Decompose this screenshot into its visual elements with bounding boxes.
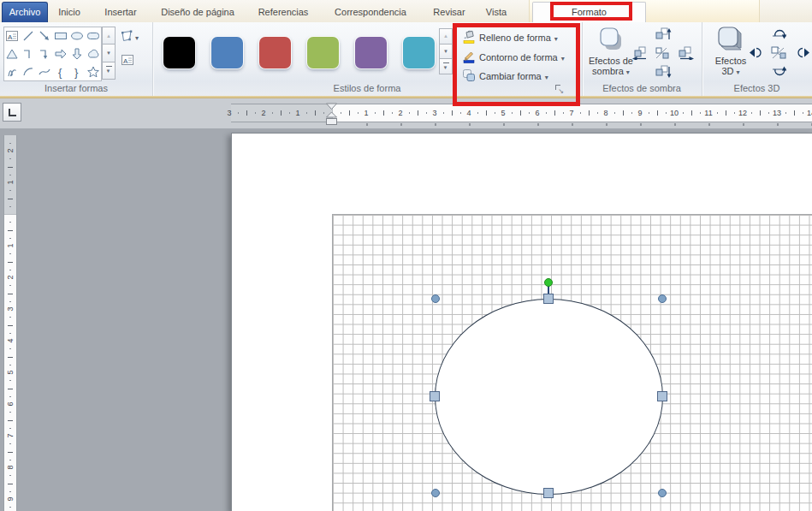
style-scroll-up-button[interactable]: ▲ xyxy=(439,28,453,45)
resize-handle-left[interactable] xyxy=(430,391,440,401)
ruler-quarter-tick xyxy=(631,112,632,114)
edit-shape-button[interactable] xyxy=(118,27,140,46)
down-arrow-shape-icon[interactable] xyxy=(68,45,85,63)
ruler-quarter-tick xyxy=(9,175,11,175)
text-box-button[interactable]: A xyxy=(119,51,136,70)
ruler-half-tick xyxy=(281,110,282,116)
right-arrow-shape-icon[interactable] xyxy=(53,45,69,63)
elbow-arrow-connector-icon[interactable] xyxy=(37,45,53,63)
right-brace-shape-icon[interactable]: } xyxy=(68,62,85,80)
ruler-quarter-tick xyxy=(238,112,239,114)
nudge-shadow-up-button[interactable] xyxy=(652,26,674,42)
group-efectos-3d: Efectos 3D Efectos 3D xyxy=(702,22,812,96)
first-line-indent-marker xyxy=(327,104,337,110)
triangle-shape-icon[interactable] xyxy=(4,45,21,63)
tab-revisar[interactable]: Revisar xyxy=(424,3,474,21)
arc-shape-icon[interactable] xyxy=(21,62,37,80)
ruler-half-tick xyxy=(8,199,13,199)
tab-stop-mark xyxy=(674,123,676,126)
dropdown-arrow-icon xyxy=(737,66,740,76)
shape-style-swatch-black[interactable] xyxy=(163,37,195,68)
nudge-shadow-right-button[interactable] xyxy=(675,45,697,61)
shape-style-swatch-red[interactable] xyxy=(259,37,291,68)
tilt-up-button[interactable] xyxy=(768,24,791,42)
ruler-quarter-tick xyxy=(255,112,256,114)
style-more-button[interactable]: ▼ xyxy=(439,58,453,74)
ruler-quarter-tick xyxy=(341,112,341,114)
ruler-half-tick xyxy=(8,262,13,263)
ruler-quarter-tick xyxy=(9,158,11,159)
cloud-shape-icon[interactable] xyxy=(85,45,101,63)
rotation-handle[interactable] xyxy=(544,278,553,287)
nudge-shadow-down-button[interactable] xyxy=(652,63,674,80)
shadow-effects-label-1: Efectos de xyxy=(589,56,633,66)
tab-archivo[interactable]: Archivo xyxy=(2,2,48,22)
shape-style-swatch-teal[interactable] xyxy=(403,37,435,68)
star-shape-icon[interactable] xyxy=(85,62,101,80)
ruler-quarter-tick xyxy=(546,112,547,114)
left-brace-shape-icon[interactable]: { xyxy=(53,62,69,80)
arrow-shape-icon[interactable] xyxy=(37,27,53,45)
ruler-number: 3 xyxy=(6,303,15,315)
ruler-quarter-tick xyxy=(751,112,752,114)
ruler-quarter-tick xyxy=(700,112,701,114)
tab-stop-mark xyxy=(640,123,642,126)
tab-inicio[interactable]: Inicio xyxy=(48,3,91,21)
oval-shape-icon[interactable] xyxy=(68,27,85,45)
tilt-left-button[interactable] xyxy=(744,44,768,62)
tab-selector-button[interactable] xyxy=(3,103,21,122)
ruler-quarter-tick xyxy=(785,112,786,114)
resize-handle-top-right[interactable] xyxy=(658,294,667,303)
tab-diseno-de-pagina[interactable]: Diseño de página xyxy=(151,3,245,21)
tab-correspondencia[interactable]: Correspondencia xyxy=(320,3,421,21)
resize-handle-top-left[interactable] xyxy=(431,294,440,303)
indent-markers[interactable] xyxy=(325,102,338,127)
group-label: Efectos de sombra xyxy=(582,83,702,93)
ruler-quarter-tick xyxy=(409,112,410,114)
ruler-half-tick xyxy=(8,294,13,294)
resize-handle-bottom-left[interactable] xyxy=(431,489,440,497)
nudge-shadow-left-button[interactable] xyxy=(629,45,651,61)
resize-handle-top[interactable] xyxy=(543,294,554,304)
dropdown-arrow-icon xyxy=(135,32,139,42)
tilt-right-button[interactable] xyxy=(791,44,812,62)
selected-ellipse-shape[interactable] xyxy=(435,299,663,495)
style-scroll-down-button[interactable]: ▼ xyxy=(439,44,453,60)
tab-vista[interactable]: Vista xyxy=(476,3,517,21)
ruler-quarter-tick xyxy=(358,112,359,114)
scribble-shape-icon[interactable] xyxy=(4,62,21,80)
shadow-on-off-button[interactable] xyxy=(652,45,674,61)
draw-textbox-icon[interactable]: A xyxy=(4,27,21,45)
tab-referencias[interactable]: Referencias xyxy=(248,3,318,21)
threed-on-off-button[interactable] xyxy=(768,44,791,62)
ruler-half-tick xyxy=(452,110,453,116)
tab-insertar[interactable]: Insertar xyxy=(94,3,147,21)
shadow-effects-button[interactable]: Efectos de sombra xyxy=(589,27,633,78)
shape-style-swatch-blue[interactable] xyxy=(211,37,243,68)
shape-style-swatch-purple[interactable] xyxy=(355,37,387,68)
elbow-connector-icon[interactable] xyxy=(21,45,37,63)
group-label: Efectos 3D xyxy=(702,83,812,93)
resize-handle-right[interactable] xyxy=(657,391,667,401)
ruler-half-tick xyxy=(315,110,316,116)
rectangle-shape-icon[interactable] xyxy=(53,27,69,45)
line-shape-icon[interactable] xyxy=(21,27,37,45)
tilt-down-button[interactable] xyxy=(768,63,791,81)
tab-stop-mark xyxy=(366,123,368,126)
ruler-quarter-tick xyxy=(9,222,11,223)
resize-handle-bottom-right[interactable] xyxy=(658,489,667,497)
ruler-quarter-tick xyxy=(9,460,11,460)
ruler-quarter-tick xyxy=(306,112,307,114)
shape-style-swatch-green[interactable] xyxy=(307,37,339,68)
ruler-half-tick xyxy=(349,110,350,116)
vertical-ruler[interactable]: 12123456789 xyxy=(3,135,17,511)
resize-handle-bottom[interactable] xyxy=(543,488,554,498)
gallery-scroll-down-button[interactable]: ▼ xyxy=(102,44,116,62)
horizontal-ruler[interactable]: 1231234567891011121314 xyxy=(231,104,812,122)
curve-shape-icon[interactable] xyxy=(37,62,53,80)
ruler-half-tick xyxy=(8,167,13,168)
rounded-rectangle-shape-icon[interactable] xyxy=(85,27,101,45)
gallery-scroll-up-button[interactable]: ▲ xyxy=(102,27,116,45)
gallery-more-button[interactable]: ▼ xyxy=(102,62,116,80)
ruler-number: 6 xyxy=(535,104,539,122)
